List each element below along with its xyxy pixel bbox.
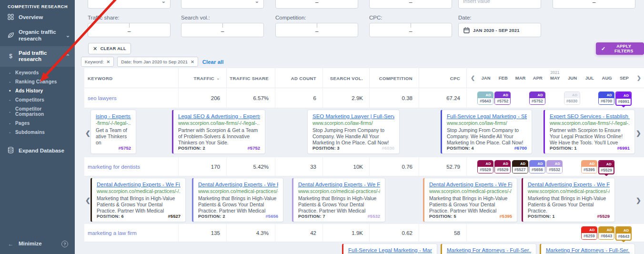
sidebar-item-ranking-changes[interactable]: -Ranking Changes: [0, 77, 75, 86]
filter-select-1[interactable]: ⌄: [88, 0, 171, 9]
ad-badge-label: AD: [599, 161, 614, 167]
ad-title-link[interactable]: Dental Advertising Experts - We Fi...: [97, 182, 181, 187]
ad-badge[interactable]: AD#5395: [581, 160, 597, 173]
chevron-left-icon[interactable]: ❮: [85, 129, 91, 136]
competition-range-input[interactable]: –: [275, 23, 358, 37]
ad-badge[interactable]: AD#6030: [564, 91, 580, 105]
ad-title-link[interactable]: Dental Advertising Experts - We Fi...: [298, 182, 380, 187]
column-header-search-vol[interactable]: SEARCH VOL.: [322, 68, 369, 88]
filter-range-input-3[interactable]: –: [553, 0, 635, 9]
keyword-link[interactable]: marketing for dentists: [88, 164, 140, 170]
ad-card[interactable]: SEO Marketing Lawyer | Full-Servi...www.…: [307, 110, 400, 154]
ad-title-link[interactable]: ising - Experts ...: [96, 113, 131, 119]
ad-display-url: www.scorpion.co/medical-practices/-/...: [528, 188, 610, 194]
date-range-picker[interactable]: JAN 2020 - SEP 2021: [458, 23, 541, 37]
ad-badge[interactable]: AD#6259: [581, 226, 597, 240]
cpc-range-input[interactable]: –: [369, 23, 452, 37]
sidebar-item-expand-database[interactable]: Expand Database: [0, 143, 75, 159]
ad-badge[interactable]: AD#6700: [598, 91, 614, 105]
column-header-cpc[interactable]: CPC: [419, 68, 466, 88]
ad-title-link[interactable]: Full-Service Legal Marketing - SE...: [447, 113, 527, 119]
clear-all-link[interactable]: Clear all: [202, 59, 224, 65]
chevron-right-icon[interactable]: ❯: [637, 75, 641, 81]
ad-card[interactable]: Legal SEO & Advertising - Experts ...www…: [172, 110, 265, 154]
ad-title-link[interactable]: SEO Marketing Lawyer | Full-Servi...: [312, 113, 394, 119]
ad-badge[interactable]: AD#5532: [546, 160, 563, 173]
ad-badge-label: AD: [530, 92, 545, 98]
keyword-link[interactable]: marketing a law firm: [88, 230, 137, 236]
month-label: APR: [529, 75, 546, 81]
sidebar-item-pages[interactable]: -Pages: [0, 119, 75, 128]
ad-title-link[interactable]: Marketing For Attorneys - Full-Ser...: [546, 247, 630, 253]
filter-select-2[interactable]: ⌄: [181, 0, 264, 9]
close-icon[interactable]: ✕: [191, 60, 194, 64]
sidebar-item-label: Overview: [19, 14, 43, 21]
ad-badge[interactable]: AD#6643: [615, 226, 632, 241]
chevron-right-icon[interactable]: ❯: [636, 197, 641, 204]
sidebar-item-competitors[interactable]: -Competitors: [0, 95, 75, 104]
ad-title-link[interactable]: Dental Advertising Experts - We Fi...: [528, 182, 610, 187]
sidebar-item-keywords[interactable]: -Keywords: [0, 68, 75, 77]
ad-card[interactable]: Full-Service Legal Marketing - Mar...: [342, 244, 437, 254]
ad-badge[interactable]: AD#5752: [494, 91, 511, 105]
sidebar-item-subdomains[interactable]: -Subdomains: [0, 128, 75, 137]
sidebar-item-label: Keywords: [15, 70, 39, 75]
ad-badge[interactable]: AD#5529: [477, 160, 493, 173]
ad-title-link[interactable]: Marketing For Attorneys - Full-Ser...: [447, 247, 531, 253]
ad-badge[interactable]: AD#5529: [598, 160, 614, 174]
column-header-traffic[interactable]: TRAFFIC ⌄: [178, 68, 226, 88]
filter-range-input-1[interactable]: –: [275, 0, 358, 9]
ad-card[interactable]: Dental Advertising Experts - We Fi...www…: [423, 178, 517, 222]
column-header-ad-count[interactable]: AD COUNT: [275, 68, 322, 88]
sidebar-item-ads-history[interactable]: •Ads History: [0, 86, 75, 95]
ad-card[interactable]: Marketing For Attorneys - Full-Ser...: [441, 244, 536, 254]
filter-chip[interactable]: Date: from Jan 2020 to Sep 2021✕: [117, 57, 198, 67]
ad-card-footer: POSITION: 2#5752: [178, 145, 260, 151]
ad-badge[interactable]: AD#5529: [494, 160, 511, 173]
ad-card[interactable]: ising - Experts ...-firms/-/-/legal-...G…: [91, 110, 136, 154]
minimize-button[interactable]: Minimize: [19, 241, 42, 247]
search-vol-range-input[interactable]: –: [181, 23, 264, 37]
database-icon: [7, 147, 15, 155]
chevron-right-icon[interactable]: ❯: [636, 129, 641, 136]
filter-chip[interactable]: Keyword:✕: [81, 57, 114, 67]
ad-card[interactable]: Marketing For Attorneys - Full-Ser...: [540, 244, 635, 254]
sidebar-item-organic-traffic-research[interactable]: Organic traffic research ⌄: [0, 25, 75, 46]
ad-badge[interactable]: AD#5643: [477, 91, 493, 105]
ad-card[interactable]: Dental Advertising Experts - We Fi...www…: [192, 178, 283, 222]
filter-range-input-2[interactable]: –: [369, 0, 452, 9]
ad-card[interactable]: Expert SEO Services - Establish an...www…: [543, 110, 635, 154]
close-icon[interactable]: ✕: [107, 60, 111, 64]
ad-title-link[interactable]: Dental Advertising Experts - We Fi...: [429, 182, 512, 187]
ad-badge[interactable]: AD#5656: [529, 160, 545, 173]
ad-display-url: www.scorpion.co/law-firms/: [447, 120, 527, 126]
traffic-share-range-input[interactable]: –: [88, 23, 171, 37]
ad-title-link[interactable]: Dental Advertising Experts - We Fi...: [198, 182, 278, 187]
ad-title-link[interactable]: Expert SEO Services - Establish an...: [550, 113, 630, 119]
ad-title-link[interactable]: Legal SEO & Advertising - Experts ...: [178, 113, 260, 119]
ad-card[interactable]: Dental Advertising Experts - We Fi...www…: [522, 178, 615, 222]
ad-badge-id: #5532: [547, 167, 562, 173]
ad-card[interactable]: Dental Advertising Experts - We Fi...www…: [91, 178, 186, 222]
help-icon[interactable]: ?: [61, 241, 68, 247]
sidebar-item-overview[interactable]: Overview: [0, 10, 75, 25]
range-tick: [411, 23, 411, 28]
chevron-left-icon[interactable]: ❮: [85, 197, 91, 204]
ad-card[interactable]: Dental Advertising Experts - We Fi...www…: [292, 178, 385, 222]
column-header-competition[interactable]: COMPETITION: [369, 68, 419, 88]
ad-title-link[interactable]: Full-Service Legal Marketing - Mar...: [348, 247, 432, 253]
sidebar-item-paid-traffic-research[interactable]: $ Paid traffic research ⌃: [0, 46, 75, 67]
ad-badge[interactable]: AD#5752: [529, 91, 545, 105]
ad-card[interactable]: Full-Service Legal Marketing - SE...www.…: [441, 110, 532, 154]
filter-insert-value-input[interactable]: Insert value: [458, 0, 541, 9]
range-tick: [222, 23, 223, 28]
sidebar-item-competitor-comparison[interactable]: -Competitor Comparison: [0, 104, 75, 119]
chevron-left-icon[interactable]: ❮: [471, 75, 475, 81]
clear-all-button[interactable]: ✕ CLEAR ALL: [88, 43, 131, 54]
ad-badge[interactable]: AD#6643: [598, 226, 614, 240]
column-header-traffic-share[interactable]: TRAFFIC SHARE: [226, 68, 275, 88]
ad-badge[interactable]: AD#6991: [615, 91, 632, 106]
apply-filters-button[interactable]: ✓ APPLY FILTERS: [596, 42, 644, 55]
ad-badge[interactable]: AD#5527: [512, 160, 528, 173]
keyword-link[interactable]: seo lawyers: [88, 95, 117, 101]
